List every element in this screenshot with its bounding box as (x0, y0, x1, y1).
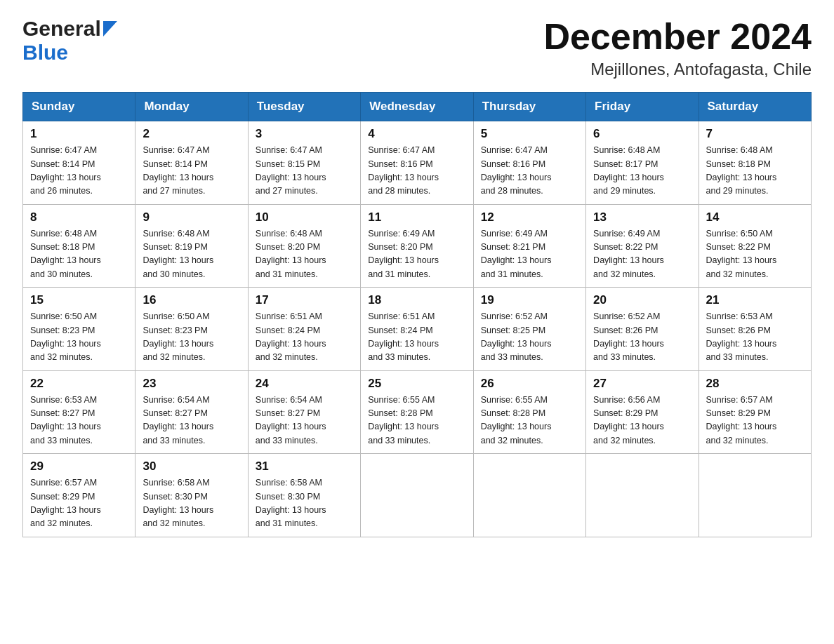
empty-cell (473, 454, 585, 537)
day-number-1: 1 (30, 127, 128, 141)
day-cell-20: 20Sunrise: 6:52 AMSunset: 8:26 PMDayligh… (586, 288, 699, 371)
col-header-monday: Monday (135, 93, 248, 121)
calendar-table: SundayMondayTuesdayWednesdayThursdayFrid… (22, 92, 812, 537)
day-detail-10: Sunrise: 6:48 AMSunset: 8:20 PMDaylight:… (256, 227, 353, 282)
day-number-27: 27 (593, 377, 691, 391)
day-cell-15: 15Sunrise: 6:50 AMSunset: 8:23 PMDayligh… (23, 288, 135, 371)
day-number-21: 21 (706, 293, 804, 307)
day-number-24: 24 (256, 377, 353, 391)
day-detail-30: Sunrise: 6:58 AMSunset: 8:30 PMDaylight:… (143, 476, 240, 531)
day-cell-27: 27Sunrise: 6:56 AMSunset: 8:29 PMDayligh… (586, 370, 699, 454)
day-cell-8: 8Sunrise: 6:48 AMSunset: 8:18 PMDaylight… (23, 204, 135, 288)
day-number-8: 8 (30, 210, 128, 224)
day-cell-17: 17Sunrise: 6:51 AMSunset: 8:24 PMDayligh… (248, 288, 360, 371)
col-header-thursday: Thursday (473, 93, 585, 121)
day-number-12: 12 (481, 210, 578, 224)
week-row-5: 29Sunrise: 6:57 AMSunset: 8:29 PMDayligh… (23, 454, 812, 537)
day-number-25: 25 (368, 377, 465, 391)
logo-triangle-icon (103, 21, 117, 39)
day-cell-22: 22Sunrise: 6:53 AMSunset: 8:27 PMDayligh… (23, 370, 135, 454)
day-detail-14: Sunrise: 6:50 AMSunset: 8:22 PMDaylight:… (706, 227, 804, 282)
day-detail-12: Sunrise: 6:49 AMSunset: 8:21 PMDaylight:… (481, 227, 578, 282)
logo-general-text: General (22, 17, 101, 41)
day-number-14: 14 (706, 210, 804, 224)
day-number-7: 7 (706, 127, 804, 141)
day-number-10: 10 (256, 210, 353, 224)
day-cell-19: 19Sunrise: 6:52 AMSunset: 8:25 PMDayligh… (473, 288, 585, 371)
day-cell-24: 24Sunrise: 6:54 AMSunset: 8:27 PMDayligh… (248, 370, 360, 454)
day-cell-28: 28Sunrise: 6:57 AMSunset: 8:29 PMDayligh… (699, 370, 811, 454)
day-cell-26: 26Sunrise: 6:55 AMSunset: 8:28 PMDayligh… (473, 370, 585, 454)
day-number-29: 29 (30, 459, 128, 474)
calendar-title: December 2024 (543, 17, 812, 57)
day-detail-29: Sunrise: 6:57 AMSunset: 8:29 PMDaylight:… (30, 476, 128, 531)
day-detail-4: Sunrise: 6:47 AMSunset: 8:16 PMDaylight:… (368, 144, 465, 199)
day-detail-31: Sunrise: 6:58 AMSunset: 8:30 PMDaylight:… (256, 476, 353, 531)
week-row-2: 8Sunrise: 6:48 AMSunset: 8:18 PMDaylight… (23, 204, 812, 288)
day-number-23: 23 (143, 377, 240, 391)
day-cell-7: 7Sunrise: 6:48 AMSunset: 8:18 PMDaylight… (699, 121, 811, 205)
empty-cell (361, 454, 473, 537)
day-detail-27: Sunrise: 6:56 AMSunset: 8:29 PMDaylight:… (593, 394, 691, 448)
calendar-header: SundayMondayTuesdayWednesdayThursdayFrid… (23, 93, 812, 121)
day-detail-22: Sunrise: 6:53 AMSunset: 8:27 PMDaylight:… (30, 394, 128, 448)
day-detail-28: Sunrise: 6:57 AMSunset: 8:29 PMDaylight:… (706, 394, 804, 448)
day-cell-23: 23Sunrise: 6:54 AMSunset: 8:27 PMDayligh… (135, 370, 248, 454)
day-cell-4: 4Sunrise: 6:47 AMSunset: 8:16 PMDaylight… (361, 121, 473, 205)
day-detail-26: Sunrise: 6:55 AMSunset: 8:28 PMDaylight:… (481, 394, 578, 448)
day-number-5: 5 (481, 127, 578, 141)
day-detail-20: Sunrise: 6:52 AMSunset: 8:26 PMDaylight:… (593, 310, 691, 365)
title-block: December 2024 Mejillones, Antofagasta, C… (543, 17, 812, 79)
day-number-13: 13 (593, 210, 691, 224)
day-cell-3: 3Sunrise: 6:47 AMSunset: 8:15 PMDaylight… (248, 121, 360, 205)
day-detail-24: Sunrise: 6:54 AMSunset: 8:27 PMDaylight:… (256, 394, 353, 448)
day-cell-16: 16Sunrise: 6:50 AMSunset: 8:23 PMDayligh… (135, 288, 248, 371)
day-number-26: 26 (481, 377, 578, 391)
day-cell-30: 30Sunrise: 6:58 AMSunset: 8:30 PMDayligh… (135, 454, 248, 537)
day-number-4: 4 (368, 127, 465, 141)
logo: General Blue (22, 17, 117, 65)
week-row-1: 1Sunrise: 6:47 AMSunset: 8:14 PMDaylight… (23, 121, 812, 205)
day-cell-29: 29Sunrise: 6:57 AMSunset: 8:29 PMDayligh… (23, 454, 135, 537)
week-row-3: 15Sunrise: 6:50 AMSunset: 8:23 PMDayligh… (23, 288, 812, 371)
day-detail-7: Sunrise: 6:48 AMSunset: 8:18 PMDaylight:… (706, 144, 804, 199)
header-row: SundayMondayTuesdayWednesdayThursdayFrid… (23, 93, 812, 121)
day-number-9: 9 (143, 210, 240, 224)
day-detail-3: Sunrise: 6:47 AMSunset: 8:15 PMDaylight:… (256, 144, 353, 199)
day-detail-2: Sunrise: 6:47 AMSunset: 8:14 PMDaylight:… (143, 144, 240, 199)
day-number-3: 3 (256, 127, 353, 141)
day-detail-13: Sunrise: 6:49 AMSunset: 8:22 PMDaylight:… (593, 227, 691, 282)
day-detail-9: Sunrise: 6:48 AMSunset: 8:19 PMDaylight:… (143, 227, 240, 282)
empty-cell (586, 454, 699, 537)
day-number-17: 17 (256, 293, 353, 307)
day-number-19: 19 (481, 293, 578, 307)
day-number-16: 16 (143, 293, 240, 307)
day-cell-13: 13Sunrise: 6:49 AMSunset: 8:22 PMDayligh… (586, 204, 699, 288)
week-row-4: 22Sunrise: 6:53 AMSunset: 8:27 PMDayligh… (23, 370, 812, 454)
day-cell-1: 1Sunrise: 6:47 AMSunset: 8:14 PMDaylight… (23, 121, 135, 205)
col-header-saturday: Saturday (699, 93, 811, 121)
day-cell-31: 31Sunrise: 6:58 AMSunset: 8:30 PMDayligh… (248, 454, 360, 537)
col-header-wednesday: Wednesday (361, 93, 473, 121)
day-number-2: 2 (143, 127, 240, 141)
day-number-28: 28 (706, 377, 804, 391)
day-detail-5: Sunrise: 6:47 AMSunset: 8:16 PMDaylight:… (481, 144, 578, 199)
day-cell-14: 14Sunrise: 6:50 AMSunset: 8:22 PMDayligh… (699, 204, 811, 288)
day-detail-25: Sunrise: 6:55 AMSunset: 8:28 PMDaylight:… (368, 394, 465, 448)
day-cell-21: 21Sunrise: 6:53 AMSunset: 8:26 PMDayligh… (699, 288, 811, 371)
day-detail-6: Sunrise: 6:48 AMSunset: 8:17 PMDaylight:… (593, 144, 691, 199)
day-detail-17: Sunrise: 6:51 AMSunset: 8:24 PMDaylight:… (256, 310, 353, 365)
calendar-subtitle: Mejillones, Antofagasta, Chile (543, 60, 812, 79)
day-number-15: 15 (30, 293, 128, 307)
day-cell-6: 6Sunrise: 6:48 AMSunset: 8:17 PMDaylight… (586, 121, 699, 205)
day-detail-19: Sunrise: 6:52 AMSunset: 8:25 PMDaylight:… (481, 310, 578, 365)
day-number-6: 6 (593, 127, 691, 141)
day-cell-11: 11Sunrise: 6:49 AMSunset: 8:20 PMDayligh… (361, 204, 473, 288)
day-number-18: 18 (368, 293, 465, 307)
day-detail-23: Sunrise: 6:54 AMSunset: 8:27 PMDaylight:… (143, 394, 240, 448)
day-number-30: 30 (143, 459, 240, 474)
day-detail-1: Sunrise: 6:47 AMSunset: 8:14 PMDaylight:… (30, 144, 128, 199)
day-cell-5: 5Sunrise: 6:47 AMSunset: 8:16 PMDaylight… (473, 121, 585, 205)
day-detail-8: Sunrise: 6:48 AMSunset: 8:18 PMDaylight:… (30, 227, 128, 282)
day-cell-25: 25Sunrise: 6:55 AMSunset: 8:28 PMDayligh… (361, 370, 473, 454)
